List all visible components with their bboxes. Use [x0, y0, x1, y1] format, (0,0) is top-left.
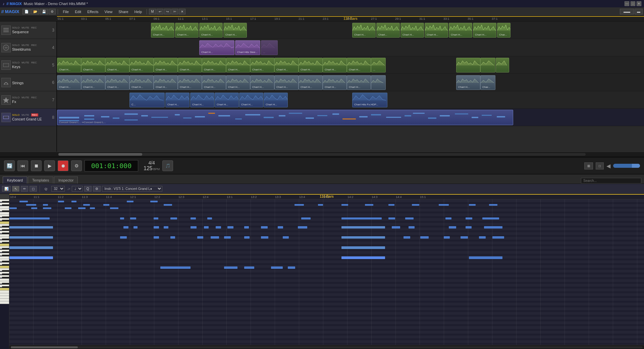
- key-g1[interactable]: [0, 296, 9, 299]
- settings-button[interactable]: ⚙: [49, 9, 56, 14]
- clip-steel-3[interactable]: ...: [261, 40, 278, 55]
- clip-str-5[interactable]: Chart H...: [154, 75, 178, 90]
- clip-keys-2[interactable]: Chart H...: [81, 58, 105, 72]
- cut-button[interactable]: ✄: [171, 9, 178, 14]
- key-eb4[interactable]: [2, 239, 9, 240]
- key-gb3[interactable]: [2, 255, 9, 256]
- pr-scroll-thumb[interactable]: [11, 346, 78, 348]
- tab-templates[interactable]: Templates: [28, 177, 53, 184]
- clip-steel-2[interactable]: Chart Hits Stee...: [235, 40, 260, 55]
- key-c3[interactable]: [0, 266, 9, 268]
- rec-active[interactable]: REC: [31, 113, 38, 116]
- clip-seq-6[interactable]: Chart...: [376, 23, 400, 38]
- menu-edit[interactable]: Edit: [72, 9, 84, 14]
- pr-quantize-select[interactable]: 321684: [51, 186, 65, 192]
- menu-view[interactable]: View: [102, 9, 115, 14]
- key-f3[interactable]: [0, 256, 9, 259]
- clip-keys-4[interactable]: Chart H...: [129, 58, 154, 72]
- key-f4[interactable]: [0, 234, 9, 237]
- clip-fx-4[interactable]: Chart H...: [215, 93, 239, 107]
- clip-str-9[interactable]: Chart H...: [250, 75, 274, 90]
- key-eb3[interactable]: [2, 261, 9, 262]
- record-button[interactable]: ⏺: [58, 160, 68, 171]
- key-eb5[interactable]: [2, 216, 9, 218]
- key-f5[interactable]: [0, 212, 9, 215]
- key-db2[interactable]: [2, 286, 9, 288]
- key-gb5[interactable]: [2, 210, 9, 212]
- key-gb2[interactable]: [2, 277, 9, 279]
- clip-str-7[interactable]: Chart H...: [202, 75, 226, 90]
- clip-concert-1[interactable]: Concert Grand L... ∞Concert Grand L...: [57, 110, 513, 125]
- key-ab3[interactable]: [2, 251, 9, 253]
- clip-str-2[interactable]: Chart H...: [81, 75, 105, 90]
- key-f2[interactable]: [0, 279, 9, 281]
- clip-seq-4[interactable]: Chart H...: [223, 23, 247, 38]
- clip-seq-2[interactable]: Chart H...: [175, 23, 199, 38]
- clip-str-16[interactable]: Char...: [480, 75, 495, 90]
- mixer-view-btn[interactable]: □: [596, 162, 604, 169]
- pr-q-button[interactable]: Q: [84, 186, 92, 192]
- key-a5[interactable]: [0, 206, 9, 209]
- key-b1[interactable]: [0, 291, 9, 293]
- clip-keys-14[interactable]: ...: [371, 58, 386, 72]
- clip-seq-7[interactable]: Chart H...: [400, 23, 424, 38]
- new-button[interactable]: 📄: [22, 9, 31, 14]
- clip-seq-11[interactable]: Char...: [497, 23, 511, 38]
- clip-str-1[interactable]: Chart H...: [57, 75, 81, 90]
- tempo-map-button[interactable]: 🎵: [162, 160, 173, 171]
- clip-keys-11[interactable]: Chart H...: [299, 58, 323, 72]
- clip-str-13[interactable]: Chart H...: [347, 75, 371, 90]
- clip-seq-5[interactable]: Chart H...: [352, 23, 376, 38]
- clip-str-10[interactable]: Chart H...: [274, 75, 299, 90]
- save-button[interactable]: 💾: [40, 9, 48, 14]
- pr-settings-btn[interactable]: ⚙: [93, 186, 101, 192]
- clip-fx-5[interactable]: Chart H...: [239, 93, 263, 107]
- clip-keys-12[interactable]: Chart H...: [323, 58, 347, 72]
- redo-button[interactable]: ↪: [164, 9, 171, 14]
- close-tool[interactable]: ✕: [179, 9, 185, 14]
- open-button[interactable]: 📂: [31, 9, 39, 14]
- clip-str-15[interactable]: Chart H...: [456, 75, 480, 90]
- key-bb3[interactable]: [2, 248, 9, 250]
- clip-keys-9[interactable]: Chart H...: [250, 58, 274, 72]
- key-gb4[interactable]: [2, 233, 9, 234]
- pr-cursor-tool[interactable]: ↖: [12, 186, 19, 192]
- clip-keys-13[interactable]: Chart H...: [347, 58, 371, 72]
- menu-file[interactable]: File: [60, 9, 71, 14]
- clip-fx-6[interactable]: Chart H...: [264, 93, 288, 107]
- clip-keys-1[interactable]: Chart H...: [57, 58, 81, 72]
- volume-left[interactable]: ◀: [606, 163, 610, 169]
- key-ab2[interactable]: [2, 273, 9, 275]
- pr-scroll-track[interactable]: [11, 346, 643, 348]
- pr-pencil-tool[interactable]: ✏: [21, 186, 28, 192]
- pr-h-scrollbar[interactable]: [9, 345, 644, 349]
- clip-fx-2[interactable]: Chart H...: [165, 93, 190, 107]
- clip-seq-8[interactable]: Chart H...: [425, 23, 448, 38]
- clip-keys-8[interactable]: Chart H...: [226, 58, 250, 72]
- metronome-button[interactable]: ⚙: [71, 160, 82, 171]
- clip-str-11[interactable]: Chart H...: [299, 75, 323, 90]
- clip-str-12[interactable]: Chart H...: [323, 75, 347, 90]
- clip-keys-7[interactable]: Chart H...: [202, 58, 226, 72]
- pr-bar-chart-tool[interactable]: 📊: [2, 186, 11, 192]
- pr-eraser-tool[interactable]: ◻: [30, 186, 37, 192]
- key-eb2[interactable]: [2, 283, 9, 285]
- key-a1[interactable]: [0, 293, 9, 296]
- clip-keys-6[interactable]: Chart H...: [178, 58, 202, 72]
- piano-roll-view-btn[interactable]: ⊞: [584, 162, 593, 169]
- clip-fx-1[interactable]: C...: [129, 93, 165, 107]
- rewind-start-button[interactable]: ⏮: [17, 160, 28, 171]
- pr-notes-area[interactable]: [9, 199, 644, 345]
- tool-m[interactable]: M: [149, 9, 156, 14]
- key-db4[interactable]: [2, 242, 9, 244]
- view-toggle-2[interactable]: ▬: [635, 9, 643, 14]
- clip-str-6[interactable]: Chart H...: [178, 75, 202, 90]
- clip-keys-5[interactable]: Chart H...: [154, 58, 178, 72]
- clip-seq-10[interactable]: Chart H...: [473, 23, 496, 38]
- maximize-button[interactable]: □: [631, 1, 635, 6]
- key-bb2[interactable]: [2, 270, 9, 272]
- play-button[interactable]: ▶: [44, 160, 55, 171]
- key-c5[interactable]: [0, 221, 9, 224]
- clip-str-14[interactable]: [371, 75, 386, 90]
- key-ab4[interactable]: [2, 229, 9, 231]
